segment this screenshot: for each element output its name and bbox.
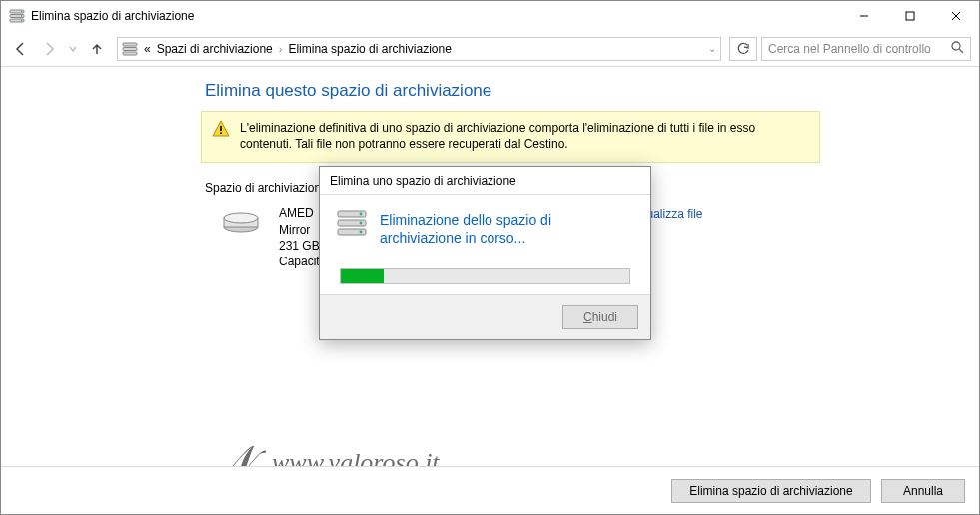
search-input[interactable]: Cerca nel Pannello di controllo xyxy=(761,37,971,61)
footer-bar: Elimina spazio di archiviazione Annulla xyxy=(1,466,979,514)
drive-icon xyxy=(221,205,261,238)
chevron-down-icon[interactable]: ⌄ xyxy=(708,43,716,54)
watermark-text: www.valoroso.it xyxy=(272,448,440,466)
back-button[interactable] xyxy=(9,37,33,61)
breadcrumb-prefix: « xyxy=(144,42,151,56)
breadcrumb-item[interactable]: Elimina spazio di archiviazione xyxy=(288,42,451,56)
svg-point-24 xyxy=(360,222,363,225)
titlebar: Elimina spazio di archiviazione xyxy=(1,1,979,31)
progress-fill xyxy=(341,269,384,283)
storage-pool-icon xyxy=(9,9,25,23)
storage-pool-icon xyxy=(336,209,368,240)
watermark: 𝒩 www.valoroso.it xyxy=(211,436,440,466)
page-title: Elimina questo spazio di archiviazione xyxy=(201,81,979,101)
warning-text: L'eliminazione definitiva di uno spazio … xyxy=(240,120,809,152)
minimize-button[interactable] xyxy=(841,1,887,31)
refresh-button[interactable] xyxy=(729,37,757,61)
maximize-button[interactable] xyxy=(887,1,933,31)
svg-rect-12 xyxy=(123,52,137,55)
dialog-title: Elimina uno spazio di archiviazione xyxy=(320,167,650,195)
recent-locations-button[interactable] xyxy=(65,37,81,61)
progress-dialog: Elimina uno spazio di archiviazione Elim… xyxy=(319,166,651,340)
svg-rect-11 xyxy=(123,47,137,50)
svg-rect-16 xyxy=(220,132,222,134)
svg-point-5 xyxy=(21,20,23,22)
svg-point-23 xyxy=(360,213,363,216)
breadcrumb-item[interactable]: Spazi di archiviazione xyxy=(157,42,273,56)
control-panel-window: Elimina spazio di archiviazione xyxy=(0,0,980,515)
window-title: Elimina spazio di archiviazione xyxy=(31,9,194,23)
svg-point-19 xyxy=(224,213,258,223)
svg-point-25 xyxy=(360,231,363,234)
address-bar[interactable]: « Spazi di archiviazione › Elimina spazi… xyxy=(117,37,721,61)
svg-rect-10 xyxy=(123,43,137,46)
search-placeholder: Cerca nel Pannello di controllo xyxy=(768,42,951,56)
dialog-message: Eliminazione dello spazio di archiviazio… xyxy=(380,211,634,247)
dialog-close-button[interactable]: Chiudi xyxy=(562,305,638,329)
svg-line-14 xyxy=(959,49,963,53)
svg-point-3 xyxy=(21,11,23,13)
close-button[interactable] xyxy=(933,1,979,31)
progress-bar xyxy=(340,268,630,284)
watermark-logo: 𝒩 xyxy=(211,436,248,466)
chevron-right-icon: › xyxy=(279,43,283,55)
dialog-close-label: Chiudi xyxy=(583,310,617,324)
warning-icon xyxy=(212,120,230,141)
svg-point-13 xyxy=(952,42,960,50)
delete-storage-button[interactable]: Elimina spazio di archiviazione xyxy=(671,479,871,503)
nav-toolbar: « Spazi di archiviazione › Elimina spazi… xyxy=(1,31,979,67)
svg-point-4 xyxy=(21,15,23,17)
up-button[interactable] xyxy=(85,37,109,61)
warning-box: L'eliminazione definitiva di uno spazio … xyxy=(201,111,820,163)
cancel-button[interactable]: Annulla xyxy=(881,479,965,503)
storage-pool-icon xyxy=(122,42,138,56)
svg-rect-7 xyxy=(906,12,914,20)
forward-button[interactable] xyxy=(37,37,61,61)
svg-rect-15 xyxy=(220,126,222,131)
search-icon xyxy=(951,41,964,57)
